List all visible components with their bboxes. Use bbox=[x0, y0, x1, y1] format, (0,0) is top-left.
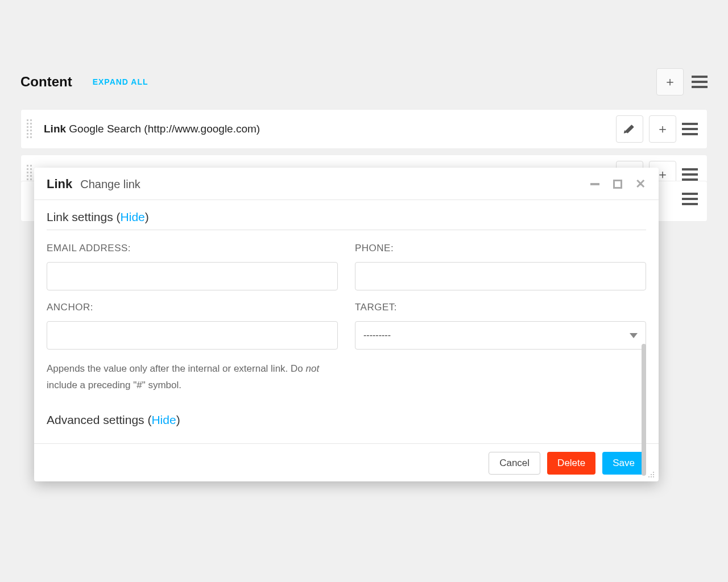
anchor-label: ANCHOR: bbox=[47, 302, 338, 313]
cancel-button[interactable]: Cancel bbox=[489, 452, 540, 475]
row-type: Link bbox=[44, 123, 66, 135]
menu-button[interactable] bbox=[692, 72, 708, 92]
row-label: Link Google Search (http://www.google.co… bbox=[44, 123, 260, 135]
anchor-help-text: Appends the value only after the interna… bbox=[47, 361, 331, 394]
content-row[interactable]: Link Google Search (http://www.google.co… bbox=[20, 109, 708, 149]
chevron-down-icon bbox=[630, 333, 638, 338]
email-input[interactable] bbox=[47, 262, 338, 290]
pencil-icon bbox=[624, 124, 635, 134]
section-label: Advanced settings bbox=[47, 413, 144, 426]
page-title: Content bbox=[20, 74, 72, 90]
row-actions bbox=[682, 189, 698, 209]
row-text: Google Search (http://www.google.com) bbox=[69, 123, 260, 135]
row-menu-button[interactable] bbox=[682, 189, 698, 209]
header-actions: ＋ bbox=[656, 68, 708, 95]
minimize-icon bbox=[590, 183, 599, 185]
close-button[interactable]: ✕ bbox=[635, 178, 646, 190]
minimize-button[interactable] bbox=[589, 178, 601, 190]
link-settings-header: Link settings (Hide) bbox=[47, 210, 646, 224]
close-icon: ✕ bbox=[635, 177, 646, 192]
row-menu-button[interactable] bbox=[682, 119, 698, 139]
row-actions: ＋ bbox=[616, 115, 698, 143]
maximize-icon bbox=[613, 180, 622, 189]
target-select[interactable]: --------- bbox=[355, 321, 646, 350]
add-button[interactable]: ＋ bbox=[656, 68, 684, 95]
modal-titlebar: Link Change link ✕ bbox=[34, 168, 659, 199]
anchor-field-group: ANCHOR: bbox=[47, 302, 338, 350]
modal-subtitle: Change link bbox=[80, 178, 140, 191]
hide-link[interactable]: Hide bbox=[121, 210, 145, 223]
save-button[interactable]: Save bbox=[602, 452, 645, 475]
content-header: Content EXPAND ALL ＋ bbox=[20, 68, 708, 95]
divider bbox=[47, 230, 646, 230]
phone-label: PHONE: bbox=[355, 243, 646, 254]
target-label: TARGET: bbox=[355, 302, 646, 313]
modal-title: Link bbox=[47, 177, 72, 192]
drag-handle-icon[interactable] bbox=[27, 119, 38, 139]
anchor-input[interactable] bbox=[47, 321, 338, 350]
resize-handle-icon[interactable] bbox=[648, 472, 656, 480]
hide-link[interactable]: Hide bbox=[151, 413, 176, 426]
advanced-settings-header: Advanced settings (Hide) bbox=[47, 413, 646, 427]
modal-body: Link settings (Hide) EMAIL ADDRESS: PHON… bbox=[34, 200, 659, 443]
target-selected-value: --------- bbox=[363, 330, 391, 340]
plus-icon: ＋ bbox=[664, 73, 676, 90]
target-field-group: TARGET: --------- bbox=[355, 302, 646, 350]
section-label: Link settings bbox=[47, 210, 113, 223]
delete-button[interactable]: Delete bbox=[547, 452, 595, 475]
phone-input[interactable] bbox=[355, 262, 646, 290]
edit-link-modal: Link Change link ✕ Link settings (Hide) … bbox=[34, 168, 659, 481]
edit-button[interactable] bbox=[616, 115, 643, 143]
window-controls: ✕ bbox=[589, 178, 646, 190]
email-label: EMAIL ADDRESS: bbox=[47, 243, 338, 254]
row-add-button[interactable]: ＋ bbox=[649, 115, 676, 143]
expand-all-link[interactable]: EXPAND ALL bbox=[93, 77, 148, 86]
plus-icon: ＋ bbox=[656, 120, 669, 138]
email-field-group: EMAIL ADDRESS: bbox=[47, 243, 338, 290]
modal-footer: Cancel Delete Save bbox=[34, 443, 659, 481]
phone-field-group: PHONE: bbox=[355, 243, 646, 290]
link-settings-form: EMAIL ADDRESS: PHONE: ANCHOR: TARGET: --… bbox=[47, 243, 646, 350]
maximize-button[interactable] bbox=[612, 178, 623, 190]
scrollbar[interactable] bbox=[642, 344, 646, 476]
